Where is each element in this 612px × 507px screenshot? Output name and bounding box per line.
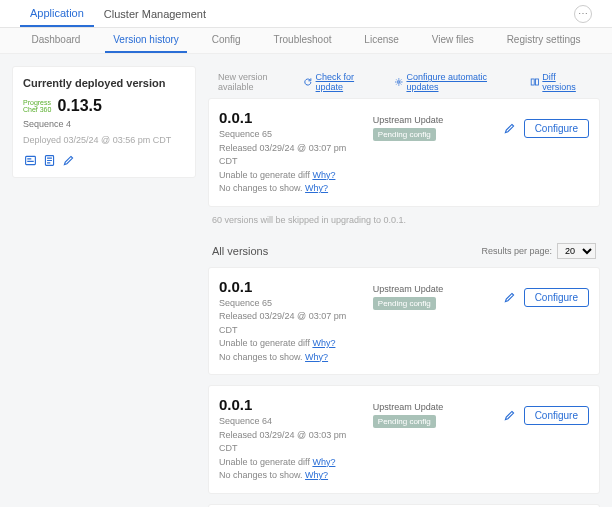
edit-config-icon[interactable] — [503, 291, 516, 304]
subtab-troubleshoot[interactable]: Troubleshoot — [265, 28, 339, 53]
svg-point-2 — [397, 81, 399, 83]
all-versions-title: All versions — [212, 245, 268, 257]
svg-rect-3 — [531, 79, 534, 85]
diff-text: Unable to generate diff — [219, 338, 312, 348]
diff-text: Unable to generate diff — [219, 170, 312, 180]
deployed-version-card: Currently deployed version ProgressChef … — [12, 66, 196, 178]
files-icon[interactable] — [42, 153, 56, 167]
deployed-timestamp: Deployed 03/25/24 @ 03:56 pm CDT — [23, 135, 185, 145]
skip-note: 60 versions will be skipped in upgrading… — [208, 207, 600, 233]
config-icon[interactable] — [61, 153, 75, 167]
why-link[interactable]: Why? — [312, 170, 335, 180]
changes-text: No changes to show. — [219, 352, 305, 362]
subtab-registry-settings[interactable]: Registry settings — [499, 28, 589, 53]
tab-application[interactable]: Application — [20, 1, 94, 27]
version-sequence: Sequence 65 — [219, 297, 363, 311]
diff-text: Unable to generate diff — [219, 457, 312, 467]
version-block: 0.0.1 Sequence 65 Released 03/29/24 @ 03… — [208, 267, 600, 376]
configure-button[interactable]: Configure — [524, 406, 589, 425]
version-number: 0.0.1 — [219, 396, 363, 413]
changes-text: No changes to show. — [219, 183, 305, 193]
new-version-label: New version available — [218, 72, 303, 92]
new-version-bar: New version available Check for update C… — [208, 66, 600, 98]
version-sequence: Sequence 65 — [219, 128, 363, 142]
results-per-page-select[interactable]: 20 — [557, 243, 596, 259]
overflow-menu-icon[interactable]: ⋯ — [574, 5, 592, 23]
configure-button[interactable]: Configure — [524, 119, 589, 138]
version-number: 0.0.1 — [219, 278, 363, 295]
release-notes-icon[interactable] — [23, 153, 37, 167]
version-block: 0.0.1 Sequence 64 Released 03/29/24 @ 03… — [208, 385, 600, 494]
subtab-dashboard[interactable]: Dashboard — [23, 28, 88, 53]
subtab-view-files[interactable]: View files — [424, 28, 482, 53]
why-link[interactable]: Why? — [305, 183, 328, 193]
version-number: 0.0.1 — [219, 109, 363, 126]
featured-version-block: 0.0.1 Sequence 65 Released 03/29/24 @ 03… — [208, 98, 600, 207]
why-link[interactable]: Why? — [312, 338, 335, 348]
version-list: 0.0.1 Sequence 65 Released 03/29/24 @ 03… — [208, 267, 600, 508]
status-badge: Pending config — [373, 128, 436, 141]
sub-tab-bar: Dashboard Version history Config Trouble… — [0, 28, 612, 54]
version-released: Released 03/29/24 @ 03:07 pm CDT — [219, 310, 363, 337]
subtab-version-history[interactable]: Version history — [105, 28, 187, 53]
results-per-page-label: Results per page: — [481, 246, 552, 256]
deployed-sequence: Sequence 4 — [23, 119, 185, 129]
version-released: Released 03/29/24 @ 03:07 pm CDT — [219, 142, 363, 169]
status-badge: Pending config — [373, 297, 436, 310]
configure-button[interactable]: Configure — [524, 288, 589, 307]
upstream-label: Upstream Update — [373, 402, 493, 412]
deployed-heading: Currently deployed version — [23, 77, 185, 89]
changes-text: No changes to show. — [219, 470, 305, 480]
tab-cluster-management[interactable]: Cluster Management — [94, 2, 216, 26]
why-link[interactable]: Why? — [305, 352, 328, 362]
upstream-label: Upstream Update — [373, 115, 493, 125]
subtab-license[interactable]: License — [356, 28, 406, 53]
why-link[interactable]: Why? — [312, 457, 335, 467]
deployed-version-number: 0.13.5 — [57, 97, 101, 115]
status-badge: Pending config — [373, 415, 436, 428]
product-logo: ProgressChef 360 — [23, 99, 51, 113]
edit-config-icon[interactable] — [503, 409, 516, 422]
configure-auto-updates-link[interactable]: Configure automatic updates — [394, 72, 518, 92]
svg-rect-4 — [535, 79, 538, 85]
version-sequence: Sequence 64 — [219, 415, 363, 429]
subtab-config[interactable]: Config — [204, 28, 249, 53]
why-link[interactable]: Why? — [305, 470, 328, 480]
version-block: 0.0.1 Sequence 63 Released 03/29/24 @ 02… — [208, 504, 600, 508]
upstream-label: Upstream Update — [373, 284, 493, 294]
edit-config-icon[interactable] — [503, 122, 516, 135]
top-tab-bar: Application Cluster Management ⋯ — [0, 0, 612, 28]
check-update-link[interactable]: Check for update — [303, 72, 382, 92]
svg-rect-0 — [25, 156, 35, 164]
diff-versions-link[interactable]: Diff versions — [530, 72, 590, 92]
version-released: Released 03/29/24 @ 03:03 pm CDT — [219, 429, 363, 456]
